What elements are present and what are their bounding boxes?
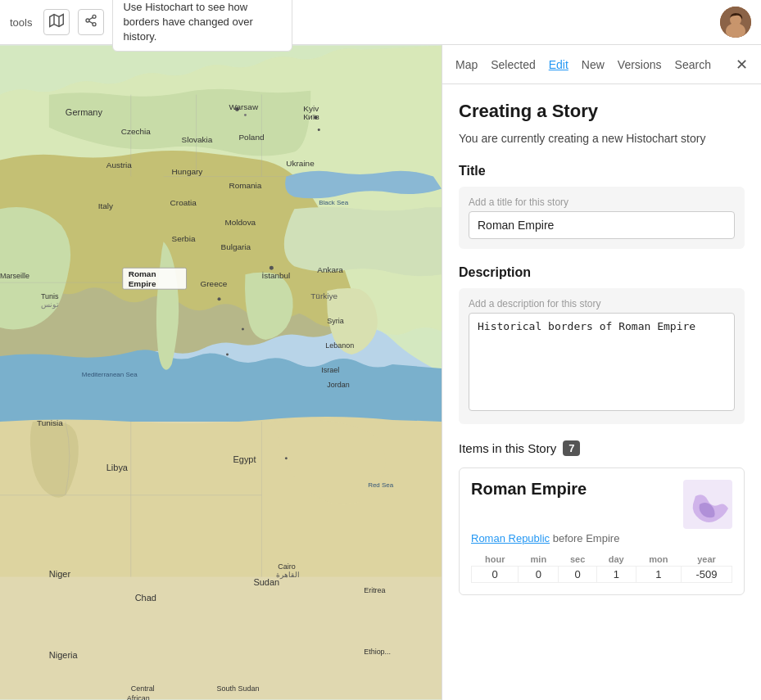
story-card-title: Roman Empire	[471, 480, 587, 499]
svg-text:Roman: Roman	[129, 269, 156, 278]
time-table: hour min sec day mon year 0 0 0	[471, 553, 732, 583]
svg-text:Slovakia: Slovakia	[182, 135, 213, 144]
title-section-label: Title	[459, 164, 745, 178]
toolbar: tools i Use Histochart to see how border…	[0, 0, 761, 45]
time-header-year: year	[681, 553, 732, 567]
svg-text:Bulgaria: Bulgaria	[221, 242, 251, 251]
description-section-label: Description	[459, 265, 745, 280]
svg-text:Croatia: Croatia	[170, 198, 197, 207]
title-form-group: Title Add a title for this story documen…	[459, 164, 745, 249]
svg-point-4	[86, 19, 89, 22]
story-subtitle-link[interactable]: Roman Republic	[471, 532, 550, 544]
time-val-mon[interactable]: 1	[636, 567, 681, 583]
svg-text:İstanbul: İstanbul	[261, 271, 290, 280]
story-subtitle-rest: before Empire	[550, 532, 619, 544]
svg-point-24	[218, 297, 221, 300]
story-card-subtitle: Roman Republic before Empire	[471, 532, 732, 544]
svg-text:Türkiye: Türkiye	[310, 291, 337, 300]
close-button[interactable]: ✕	[736, 57, 748, 72]
svg-text:Sudan: Sudan	[253, 577, 279, 587]
map-icon-button[interactable]	[43, 9, 70, 35]
svg-text:Moldova: Moldova	[224, 218, 256, 227]
time-val-min[interactable]: 0	[519, 567, 559, 583]
svg-text:Niger: Niger	[49, 569, 71, 579]
svg-text:Israel: Israel	[321, 366, 339, 374]
svg-text:Libya: Libya	[106, 463, 129, 472]
description-textarea[interactable]: Historical borders of Roman Empire	[469, 313, 735, 411]
svg-text:Lebanon: Lebanon	[325, 341, 354, 350]
svg-text:Ethiop...: Ethiop...	[364, 648, 391, 656]
svg-text:Greece: Greece	[201, 279, 228, 288]
svg-text:Czechia: Czechia	[121, 127, 151, 136]
map-area[interactable]: Germany Czechia Slovakia Austria Hungary…	[0, 45, 442, 700]
svg-text:Germany: Germany	[66, 107, 103, 117]
nav-search[interactable]: Search	[675, 55, 711, 75]
svg-text:Hungary: Hungary	[172, 167, 203, 176]
svg-text:Austria: Austria	[106, 160, 132, 169]
time-header-mon: mon	[636, 553, 681, 567]
share-icon-button[interactable]	[78, 9, 104, 35]
svg-text:Egypt: Egypt	[233, 454, 256, 464]
panel-title: Creating a Story	[459, 101, 745, 122]
time-header-hour: hour	[472, 553, 519, 567]
user-avatar[interactable]	[720, 7, 751, 38]
time-val-year[interactable]: -509	[681, 567, 732, 583]
time-header-min: min	[519, 553, 559, 567]
svg-point-74	[226, 354, 229, 356]
svg-text:Jordan: Jordan	[327, 381, 349, 389]
description-field-placeholder: Add a description for this story	[469, 298, 735, 309]
time-val-day[interactable]: 1	[596, 567, 636, 583]
panel-content: Creating a Story You are currently creat…	[442, 84, 761, 700]
svg-text:Київ: Київ	[303, 112, 319, 121]
svg-text:Tunis: Tunis	[41, 292, 59, 300]
svg-text:Nigeria: Nigeria	[49, 650, 79, 660]
svg-line-7	[89, 17, 93, 20]
svg-point-75	[285, 457, 288, 459]
svg-point-73	[242, 328, 244, 331]
svg-text:Marseille: Marseille	[0, 272, 29, 280]
tooltip-box: i Use Histochart to see how borders have…	[112, 0, 292, 52]
panel-nav: Map Selected Edit New Versions Search ✕	[442, 45, 761, 84]
time-val-sec[interactable]: 0	[559, 567, 597, 583]
svg-text:Ankara: Ankara	[317, 265, 343, 274]
svg-point-23	[270, 266, 274, 270]
svg-text:Ukraine: Ukraine	[286, 159, 315, 168]
time-values-row: 0 0 0 1 1 -509	[472, 567, 732, 583]
story-card-header: Roman Empire	[471, 480, 732, 529]
svg-point-3	[93, 15, 96, 18]
svg-text:Empire: Empire	[129, 279, 156, 288]
share-icon	[84, 14, 97, 30]
nav-selected[interactable]: Selected	[491, 55, 535, 75]
svg-line-6	[89, 21, 93, 24]
svg-text:Central: Central	[131, 684, 155, 693]
svg-point-5	[93, 23, 96, 26]
panel-subtitle: You are currently creating a new Histoch…	[459, 130, 745, 147]
svg-text:Poland: Poland	[238, 133, 264, 142]
nav-map[interactable]: Map	[455, 55, 478, 75]
svg-text:Syria: Syria	[327, 317, 343, 325]
svg-point-21	[244, 114, 247, 116]
nav-new[interactable]: New	[582, 55, 605, 75]
items-label: Items in this Story	[459, 441, 556, 455]
svg-text:African: African	[127, 694, 150, 700]
svg-text:Cairo: Cairo	[278, 562, 295, 571]
time-val-hour[interactable]: 0	[472, 567, 519, 583]
svg-text:Serbia: Serbia	[172, 234, 196, 243]
title-input[interactable]	[469, 211, 735, 239]
tools-label: tools	[10, 16, 32, 29]
svg-text:Mediterranean Sea: Mediterranean Sea	[82, 371, 138, 378]
tooltip-text: Use Histochart to see how borders have c…	[123, 1, 252, 43]
svg-text:Black Sea: Black Sea	[319, 199, 348, 206]
story-card[interactable]: Roman Empire Roman Republic before Empir…	[459, 467, 745, 595]
nav-edit[interactable]: Edit	[549, 55, 568, 75]
svg-text:South Sudan: South Sudan	[217, 684, 260, 693]
map-icon	[49, 13, 64, 31]
svg-text:Romania: Romania	[229, 181, 261, 190]
nav-versions[interactable]: Versions	[618, 55, 662, 75]
svg-text:Eritrea: Eritrea	[364, 587, 385, 595]
items-count-badge: 7	[563, 440, 580, 456]
svg-text:Red Sea: Red Sea	[368, 481, 394, 489]
svg-point-72	[318, 129, 320, 131]
svg-text:Italy: Italy	[98, 201, 113, 210]
svg-text:القاهرة: القاهرة	[276, 571, 300, 580]
